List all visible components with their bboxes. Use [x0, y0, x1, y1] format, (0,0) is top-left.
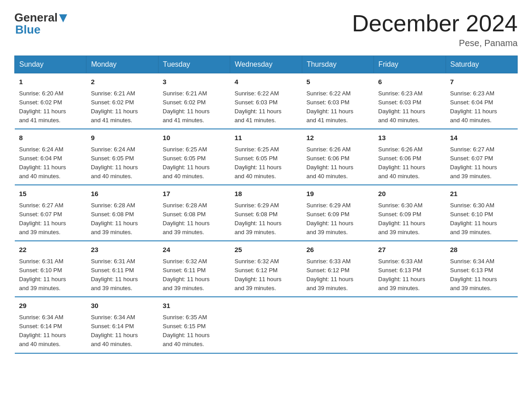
- calendar-cell: 7 Sunrise: 6:23 AM Sunset: 6:04 PM Dayli…: [446, 73, 517, 129]
- day-info: Sunrise: 6:33 AM Sunset: 6:13 PM Dayligh…: [378, 257, 441, 293]
- day-info: Sunrise: 6:34 AM Sunset: 6:14 PM Dayligh…: [91, 313, 154, 349]
- calendar-cell: 6 Sunrise: 6:23 AM Sunset: 6:03 PM Dayli…: [374, 73, 446, 129]
- calendar-cell: 23 Sunrise: 6:31 AM Sunset: 6:11 PM Dayl…: [86, 241, 158, 297]
- header-saturday: Saturday: [446, 56, 517, 73]
- day-info: Sunrise: 6:31 AM Sunset: 6:11 PM Dayligh…: [91, 257, 154, 293]
- day-number: 21: [450, 189, 513, 199]
- calendar-cell: 10 Sunrise: 6:25 AM Sunset: 6:05 PM Dayl…: [158, 129, 230, 185]
- day-info: Sunrise: 6:31 AM Sunset: 6:10 PM Dayligh…: [19, 257, 82, 293]
- calendar-cell: 16 Sunrise: 6:28 AM Sunset: 6:08 PM Dayl…: [86, 185, 158, 241]
- calendar-cell: 11 Sunrise: 6:25 AM Sunset: 6:05 PM Dayl…: [230, 129, 302, 185]
- day-number: 15: [19, 189, 82, 199]
- day-info: Sunrise: 6:30 AM Sunset: 6:10 PM Dayligh…: [450, 201, 513, 237]
- day-info: Sunrise: 6:34 AM Sunset: 6:13 PM Dayligh…: [450, 257, 513, 293]
- calendar-cell: 25 Sunrise: 6:32 AM Sunset: 6:12 PM Dayl…: [230, 241, 302, 297]
- calendar-header-row: SundayMondayTuesdayWednesdayThursdayFrid…: [15, 56, 518, 73]
- day-number: 22: [19, 245, 82, 255]
- day-info: Sunrise: 6:25 AM Sunset: 6:05 PM Dayligh…: [163, 145, 225, 181]
- day-info: Sunrise: 6:20 AM Sunset: 6:02 PM Dayligh…: [19, 89, 82, 125]
- day-info: Sunrise: 6:30 AM Sunset: 6:09 PM Dayligh…: [378, 201, 441, 237]
- day-number: 2: [91, 77, 154, 87]
- calendar-cell: 29 Sunrise: 6:34 AM Sunset: 6:14 PM Dayl…: [15, 297, 86, 353]
- calendar-cell: 14 Sunrise: 6:27 AM Sunset: 6:07 PM Dayl…: [446, 129, 517, 185]
- calendar-cell: 30 Sunrise: 6:34 AM Sunset: 6:14 PM Dayl…: [86, 297, 158, 353]
- logo-triangle-icon: [59, 14, 67, 22]
- calendar-cell: 13 Sunrise: 6:26 AM Sunset: 6:06 PM Dayl…: [374, 129, 446, 185]
- day-info: Sunrise: 6:21 AM Sunset: 6:02 PM Dayligh…: [91, 89, 154, 125]
- day-number: 12: [306, 133, 369, 143]
- day-info: Sunrise: 6:21 AM Sunset: 6:02 PM Dayligh…: [163, 89, 225, 125]
- day-number: 14: [450, 133, 513, 143]
- day-number: 3: [163, 77, 225, 87]
- calendar-cell: 12 Sunrise: 6:26 AM Sunset: 6:06 PM Dayl…: [302, 129, 373, 185]
- calendar-cell: [230, 297, 302, 353]
- day-number: 1: [19, 77, 82, 87]
- day-number: 23: [91, 245, 154, 255]
- day-number: 4: [235, 77, 297, 87]
- calendar-cell: 9 Sunrise: 6:24 AM Sunset: 6:05 PM Dayli…: [86, 129, 158, 185]
- header-sunday: Sunday: [15, 56, 86, 73]
- logo-blue-text: Blue: [15, 23, 40, 37]
- day-info: Sunrise: 6:35 AM Sunset: 6:15 PM Dayligh…: [163, 313, 225, 349]
- day-number: 8: [19, 133, 82, 143]
- day-info: Sunrise: 6:23 AM Sunset: 6:03 PM Dayligh…: [378, 89, 441, 125]
- day-number: 13: [378, 133, 441, 143]
- day-info: Sunrise: 6:25 AM Sunset: 6:05 PM Dayligh…: [235, 145, 297, 181]
- calendar-cell: [446, 297, 517, 353]
- calendar-cell: 22 Sunrise: 6:31 AM Sunset: 6:10 PM Dayl…: [15, 241, 86, 297]
- calendar-week-row: 15 Sunrise: 6:27 AM Sunset: 6:07 PM Dayl…: [15, 185, 518, 241]
- calendar-cell: 31 Sunrise: 6:35 AM Sunset: 6:15 PM Dayl…: [158, 297, 230, 353]
- day-info: Sunrise: 6:34 AM Sunset: 6:14 PM Dayligh…: [19, 313, 82, 349]
- header-wednesday: Wednesday: [230, 56, 302, 73]
- day-info: Sunrise: 6:28 AM Sunset: 6:08 PM Dayligh…: [163, 201, 225, 237]
- calendar-table: SundayMondayTuesdayWednesdayThursdayFrid…: [14, 56, 518, 353]
- day-number: 27: [378, 245, 441, 255]
- day-number: 6: [378, 77, 441, 87]
- month-title: December 2024: [352, 11, 518, 36]
- day-info: Sunrise: 6:33 AM Sunset: 6:12 PM Dayligh…: [306, 257, 369, 293]
- day-number: 30: [91, 301, 154, 311]
- day-number: 10: [163, 133, 225, 143]
- calendar-cell: 20 Sunrise: 6:30 AM Sunset: 6:09 PM Dayl…: [374, 185, 446, 241]
- calendar-cell: [374, 297, 446, 353]
- day-number: 18: [235, 189, 297, 199]
- day-info: Sunrise: 6:24 AM Sunset: 6:04 PM Dayligh…: [19, 145, 82, 181]
- calendar-cell: 2 Sunrise: 6:21 AM Sunset: 6:02 PM Dayli…: [86, 73, 158, 129]
- day-number: 11: [235, 133, 297, 143]
- day-info: Sunrise: 6:26 AM Sunset: 6:06 PM Dayligh…: [378, 145, 441, 181]
- day-number: 26: [306, 245, 369, 255]
- calendar-cell: 15 Sunrise: 6:27 AM Sunset: 6:07 PM Dayl…: [15, 185, 86, 241]
- calendar-cell: 8 Sunrise: 6:24 AM Sunset: 6:04 PM Dayli…: [15, 129, 86, 185]
- day-info: Sunrise: 6:22 AM Sunset: 6:03 PM Dayligh…: [235, 89, 297, 125]
- calendar-cell: [302, 297, 373, 353]
- day-number: 25: [235, 245, 297, 255]
- calendar-week-row: 22 Sunrise: 6:31 AM Sunset: 6:10 PM Dayl…: [15, 241, 518, 297]
- calendar-week-row: 29 Sunrise: 6:34 AM Sunset: 6:14 PM Dayl…: [15, 297, 518, 353]
- calendar-week-row: 8 Sunrise: 6:24 AM Sunset: 6:04 PM Dayli…: [15, 129, 518, 185]
- page-header: General Blue December 2024 Pese, Panama: [14, 11, 518, 48]
- header-monday: Monday: [86, 56, 158, 73]
- day-number: 28: [450, 245, 513, 255]
- calendar-cell: 21 Sunrise: 6:30 AM Sunset: 6:10 PM Dayl…: [446, 185, 517, 241]
- day-info: Sunrise: 6:26 AM Sunset: 6:06 PM Dayligh…: [306, 145, 369, 181]
- day-number: 17: [163, 189, 225, 199]
- calendar-cell: 19 Sunrise: 6:29 AM Sunset: 6:09 PM Dayl…: [302, 185, 373, 241]
- day-info: Sunrise: 6:29 AM Sunset: 6:09 PM Dayligh…: [306, 201, 369, 237]
- logo: General Blue: [14, 11, 67, 37]
- day-number: 19: [306, 189, 369, 199]
- calendar-cell: 18 Sunrise: 6:29 AM Sunset: 6:08 PM Dayl…: [230, 185, 302, 241]
- header-tuesday: Tuesday: [158, 56, 230, 73]
- calendar-cell: 1 Sunrise: 6:20 AM Sunset: 6:02 PM Dayli…: [15, 73, 86, 129]
- header-thursday: Thursday: [302, 56, 373, 73]
- calendar-cell: 3 Sunrise: 6:21 AM Sunset: 6:02 PM Dayli…: [158, 73, 230, 129]
- calendar-week-row: 1 Sunrise: 6:20 AM Sunset: 6:02 PM Dayli…: [15, 73, 518, 129]
- day-info: Sunrise: 6:22 AM Sunset: 6:03 PM Dayligh…: [306, 89, 369, 125]
- calendar-cell: 4 Sunrise: 6:22 AM Sunset: 6:03 PM Dayli…: [230, 73, 302, 129]
- day-info: Sunrise: 6:24 AM Sunset: 6:05 PM Dayligh…: [91, 145, 154, 181]
- calendar-cell: 17 Sunrise: 6:28 AM Sunset: 6:08 PM Dayl…: [158, 185, 230, 241]
- day-info: Sunrise: 6:28 AM Sunset: 6:08 PM Dayligh…: [91, 201, 154, 237]
- day-number: 29: [19, 301, 82, 311]
- calendar-cell: 26 Sunrise: 6:33 AM Sunset: 6:12 PM Dayl…: [302, 241, 373, 297]
- calendar-cell: 28 Sunrise: 6:34 AM Sunset: 6:13 PM Dayl…: [446, 241, 517, 297]
- day-info: Sunrise: 6:32 AM Sunset: 6:11 PM Dayligh…: [163, 257, 225, 293]
